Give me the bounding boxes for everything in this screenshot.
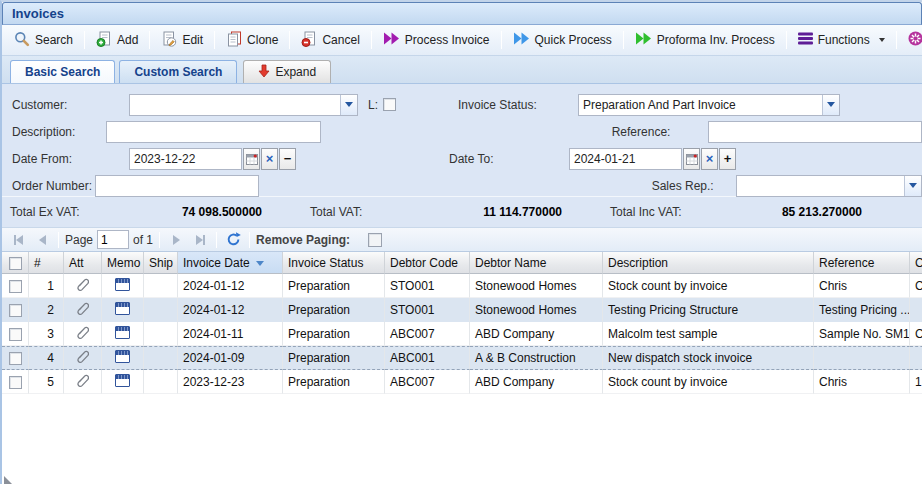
debtor-code-cell[interactable]: ABC007: [385, 322, 470, 346]
description-cell[interactable]: Stock count by invoice: [603, 370, 814, 394]
row-checkbox[interactable]: [9, 328, 22, 341]
clipped-cell[interactable]: C: [910, 322, 922, 346]
grid-cell[interactable]: [102, 322, 144, 346]
reference-cell[interactable]: Chris: [814, 370, 910, 394]
grid-cell[interactable]: [2, 298, 29, 322]
grid-cell[interactable]: [102, 298, 144, 322]
page-number-input[interactable]: [97, 230, 129, 249]
grid-cell[interactable]: [102, 370, 144, 394]
row-number[interactable]: 4: [29, 346, 64, 370]
sales-rep-combo[interactable]: [736, 175, 922, 197]
reference-cell[interactable]: Sample No. SM18: [814, 322, 910, 346]
previous-page-button[interactable]: [32, 230, 52, 249]
grid-column-header[interactable]: C: [910, 252, 922, 274]
clipped-cell[interactable]: 1: [910, 370, 922, 394]
ship-cell[interactable]: [144, 346, 178, 370]
grid-column-header[interactable]: Debtor Name: [470, 252, 603, 274]
add-button[interactable]: Add: [88, 28, 146, 52]
row-number[interactable]: 5: [29, 370, 64, 394]
date-to-calendar-button[interactable]: [683, 148, 700, 170]
invoice-date-cell[interactable]: 2024-01-09: [178, 346, 283, 370]
debtor-name-cell[interactable]: ABD Company: [470, 370, 603, 394]
date-from-minus-button[interactable]: −: [279, 148, 296, 170]
date-from-calendar-button[interactable]: [243, 148, 260, 170]
debtor-name-cell[interactable]: Stonewood Homes: [470, 298, 603, 322]
grid-cell[interactable]: [64, 274, 102, 298]
date-from-input[interactable]: [129, 148, 242, 170]
invoice-row[interactable]: 32024-01-11PreparationABC007ABD CompanyM…: [2, 322, 922, 346]
clipped-cell[interactable]: C: [910, 274, 922, 298]
first-page-button[interactable]: [8, 230, 28, 249]
grid-column-header[interactable]: Ship: [144, 252, 178, 274]
chevron-down-icon[interactable]: [904, 176, 921, 196]
invoice-status-cell[interactable]: Preparation: [283, 346, 385, 370]
grid-cell[interactable]: [2, 322, 29, 346]
row-checkbox[interactable]: [9, 304, 22, 317]
debtor-code-cell[interactable]: STO001: [385, 298, 470, 322]
invoice-row[interactable]: 12024-01-12PreparationSTO001Stonewood Ho…: [2, 274, 922, 298]
grid-column-header[interactable]: [2, 252, 29, 274]
description-cell[interactable]: New dispatch stock invoice: [603, 346, 814, 370]
description-input[interactable]: [106, 121, 321, 143]
cancel-button[interactable]: Cancel: [293, 28, 367, 52]
select-all-checkbox[interactable]: [9, 257, 22, 270]
invoice-status-cell[interactable]: Preparation: [283, 322, 385, 346]
grid-cell[interactable]: [102, 274, 144, 298]
grid-cell[interactable]: [2, 370, 29, 394]
print-export-button[interactable]: Print / Export: [900, 28, 922, 52]
reference-cell[interactable]: [814, 346, 910, 370]
ship-cell[interactable]: [144, 274, 178, 298]
date-to-input[interactable]: [569, 148, 682, 170]
grid-column-header[interactable]: #: [29, 252, 64, 274]
invoice-row[interactable]: 52023-12-23PreparationABC007ABD CompanyS…: [2, 370, 922, 394]
grid-cell[interactable]: [2, 346, 29, 370]
functions-button[interactable]: Functions: [790, 28, 893, 52]
invoice-row[interactable]: 22024-01-12PreparationSTO001Stonewood Ho…: [2, 298, 922, 322]
debtor-code-cell[interactable]: ABC007: [385, 370, 470, 394]
grid-cell[interactable]: [2, 274, 29, 298]
grid-cell[interactable]: [64, 322, 102, 346]
invoice-date-cell[interactable]: 2024-01-11: [178, 322, 283, 346]
reference-cell[interactable]: Chris: [814, 274, 910, 298]
next-page-button[interactable]: [166, 230, 186, 249]
row-number[interactable]: 2: [29, 298, 64, 322]
grid-column-header[interactable]: Debtor Code: [385, 252, 470, 274]
ship-cell[interactable]: [144, 370, 178, 394]
clipped-cell[interactable]: [910, 298, 922, 322]
customer-combo[interactable]: [129, 94, 358, 116]
description-cell[interactable]: Stock count by invoice: [603, 274, 814, 298]
l-checkbox[interactable]: [383, 98, 396, 111]
date-to-clear-button[interactable]: ×: [701, 148, 718, 170]
reference-cell[interactable]: Testing Pricing ...: [814, 298, 910, 322]
expand-button[interactable]: Expand: [243, 60, 331, 83]
invoice-status-combo[interactable]: Preparation And Part Invoice: [578, 94, 840, 116]
chevron-down-icon[interactable]: [340, 95, 357, 115]
row-checkbox[interactable]: [9, 352, 22, 365]
invoice-row[interactable]: 42024-01-09PreparationABC001A & B Constr…: [2, 346, 922, 370]
debtor-name-cell[interactable]: ABD Company: [470, 322, 603, 346]
grid-column-header[interactable]: Invoice Status: [283, 252, 385, 274]
grid-column-header[interactable]: Description: [603, 252, 814, 274]
last-page-button[interactable]: [190, 230, 210, 249]
grid-column-header[interactable]: Reference: [814, 252, 910, 274]
grid-cell[interactable]: [64, 346, 102, 370]
grid-column-header[interactable]: Invoice Date: [178, 252, 283, 274]
row-checkbox[interactable]: [9, 376, 22, 389]
debtor-name-cell[interactable]: Stonewood Homes: [470, 274, 603, 298]
chevron-down-icon[interactable]: [822, 95, 839, 115]
remove-paging-checkbox[interactable]: [368, 233, 382, 247]
debtor-code-cell[interactable]: ABC001: [385, 346, 470, 370]
edit-button[interactable]: Edit: [153, 28, 211, 52]
order-number-input[interactable]: [95, 175, 259, 197]
grid-cell[interactable]: [102, 346, 144, 370]
grid-cell[interactable]: [64, 298, 102, 322]
refresh-button[interactable]: [223, 230, 243, 249]
grid-cell[interactable]: [64, 370, 102, 394]
quick-process-button[interactable]: Quick Process: [505, 28, 620, 52]
description-cell[interactable]: Testing Pricing Structure: [603, 298, 814, 322]
debtor-code-cell[interactable]: STO001: [385, 274, 470, 298]
reference-input[interactable]: [708, 121, 922, 143]
debtor-name-cell[interactable]: A & B Construction: [470, 346, 603, 370]
invoice-date-cell[interactable]: 2024-01-12: [178, 298, 283, 322]
invoice-status-cell[interactable]: Preparation: [283, 298, 385, 322]
